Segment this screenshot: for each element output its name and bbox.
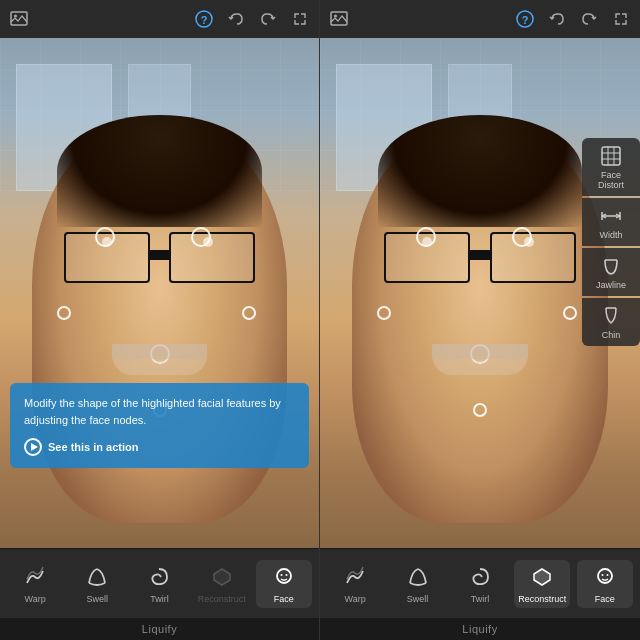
left-panel: ? [0, 0, 320, 640]
width-label: Width [599, 230, 622, 240]
right-toolbar: ? [320, 0, 640, 38]
svg-point-1 [14, 15, 17, 18]
right-face-label: Face [595, 594, 615, 604]
warp-label: Warp [25, 594, 46, 604]
right-face-node-chin[interactable] [473, 403, 487, 417]
swell-icon [84, 564, 110, 590]
right-warp-label: Warp [345, 594, 366, 604]
image-icon[interactable] [8, 8, 30, 30]
left-bottom-toolbar: Warp Swell [0, 548, 319, 618]
right-face-node-right-cheek[interactable] [563, 306, 577, 320]
left-image-area: Modify the shape of the highlighted faci… [0, 38, 319, 548]
face-tools-panel: Face Distort W [582, 138, 640, 346]
face-node-left-eye[interactable] [95, 227, 115, 247]
face-node-right-cheek[interactable] [242, 306, 256, 320]
right-image-area: Face Distort W [320, 38, 640, 548]
right-face-icon [592, 564, 618, 590]
right-app-label: Liquify [462, 623, 497, 635]
svg-text:?: ? [201, 14, 208, 26]
tool-reconstruct[interactable]: Reconstruct [194, 560, 250, 608]
svg-text:?: ? [522, 14, 529, 26]
right-expand-icon[interactable] [610, 8, 632, 30]
info-tooltip: Modify the shape of the highlighted faci… [10, 383, 309, 468]
warp-icon [22, 564, 48, 590]
right-bottom-toolbar: Warp Swell [320, 548, 640, 618]
play-triangle [31, 443, 38, 451]
right-twirl-icon [467, 564, 493, 590]
twirl-icon [146, 564, 172, 590]
face-label: Face [274, 594, 294, 604]
reconstruct-icon [209, 564, 235, 590]
redo-icon[interactable] [257, 8, 279, 30]
reconstruct-label: Reconstruct [198, 594, 246, 604]
app-wrapper: ? [0, 0, 640, 640]
right-undo-icon[interactable] [546, 8, 568, 30]
right-label-bar: Liquify [320, 618, 640, 640]
right-face-node-left-cheek[interactable] [377, 306, 391, 320]
tool-twirl[interactable]: Twirl [131, 560, 187, 608]
tool-warp[interactable]: Warp [7, 560, 63, 608]
right-face-node-left-eye[interactable] [416, 227, 436, 247]
face-distort-icon [599, 144, 623, 168]
see-in-action-button[interactable]: See this in action [24, 438, 295, 456]
chin-label: Chin [602, 330, 621, 340]
left-app-label: Liquify [142, 623, 177, 635]
tool-swell[interactable]: Swell [69, 560, 125, 608]
undo-icon[interactable] [225, 8, 247, 30]
panels-row: ? [0, 0, 640, 640]
tooltip-text: Modify the shape of the highlighted faci… [24, 395, 295, 428]
jawline-label: Jawline [596, 280, 626, 290]
help-icon[interactable]: ? [193, 8, 215, 30]
right-swell-label: Swell [407, 594, 429, 604]
twirl-label: Twirl [150, 594, 169, 604]
width-icon [599, 204, 623, 228]
right-tool-twirl[interactable]: Twirl [452, 560, 508, 608]
svg-rect-12 [602, 147, 620, 165]
svg-point-9 [334, 15, 337, 18]
action-text: See this in action [48, 441, 138, 453]
right-reconstruct-label: Reconstruct [518, 594, 566, 604]
svg-marker-4 [214, 569, 230, 585]
face-icon [271, 564, 297, 590]
face-node-left-cheek[interactable] [57, 306, 71, 320]
jawline-tool[interactable]: Jawline [582, 248, 640, 296]
width-tool[interactable]: Width [582, 198, 640, 246]
svg-point-24 [601, 574, 603, 576]
jawline-icon [599, 254, 623, 278]
swell-label: Swell [87, 594, 109, 604]
face-distort-label: Face Distort [588, 170, 634, 190]
right-image-icon[interactable] [328, 8, 350, 30]
right-tool-reconstruct[interactable]: Reconstruct [514, 560, 570, 608]
svg-marker-22 [534, 569, 550, 585]
face-distort-tool[interactable]: Face Distort [582, 138, 640, 196]
face-node-right-eye[interactable] [191, 227, 211, 247]
right-swell-icon [405, 564, 431, 590]
right-panel: ? [320, 0, 640, 640]
right-tool-warp[interactable]: Warp [327, 560, 383, 608]
right-help-icon[interactable]: ? [514, 8, 536, 30]
right-tool-face[interactable]: Face [577, 560, 633, 608]
right-reconstruct-icon [529, 564, 555, 590]
svg-point-7 [285, 574, 287, 576]
right-warp-icon [342, 564, 368, 590]
left-label-bar: Liquify [0, 618, 319, 640]
right-twirl-label: Twirl [471, 594, 490, 604]
svg-point-6 [280, 574, 282, 576]
play-icon [24, 438, 42, 456]
left-toolbar: ? [0, 0, 319, 38]
right-redo-icon[interactable] [578, 8, 600, 30]
chin-tool[interactable]: Chin [582, 298, 640, 346]
expand-icon[interactable] [289, 8, 311, 30]
right-tool-swell[interactable]: Swell [390, 560, 446, 608]
chin-icon [599, 304, 623, 328]
tool-face[interactable]: Face [256, 560, 312, 608]
right-face-node-right-eye[interactable] [512, 227, 532, 247]
svg-point-25 [606, 574, 608, 576]
